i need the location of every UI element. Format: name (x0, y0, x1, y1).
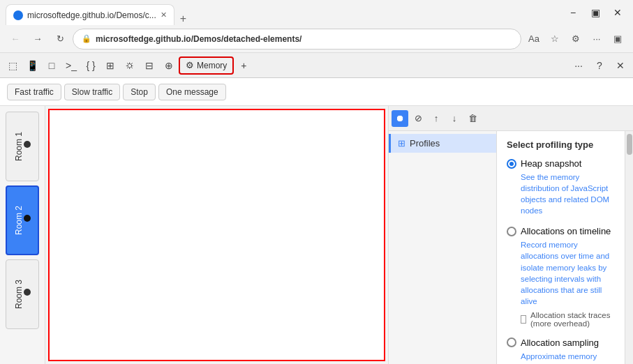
inspect-element-button[interactable]: ⬚ (3, 56, 22, 75)
profiles-icon: ⊞ (398, 138, 405, 149)
dt-download-button[interactable]: ↓ (446, 110, 463, 127)
heap-desc: See the memory distribution of JavaScrip… (521, 172, 615, 216)
middle-content (45, 106, 389, 364)
refresh-button[interactable]: ↻ (50, 29, 70, 49)
close-button[interactable]: ✕ (608, 3, 627, 22)
devtools-panel: ⏺ ⊘ ↑ ↓ 🗑 ⊞ Profiles Select profiling ty… (389, 106, 633, 364)
minimize-button[interactable]: − (563, 3, 583, 22)
devtools-right-buttons: ··· ? ✕ (569, 56, 630, 75)
dt-stop-button[interactable]: ⊘ (410, 110, 426, 127)
memory-tab-button[interactable]: ⚙ Memory (179, 56, 234, 75)
allocation-stack-checkbox[interactable] (521, 315, 526, 324)
room-3-label: Room 3 (14, 280, 24, 309)
memory-gear-icon: ⚙ (186, 60, 194, 70)
read-aloud-button[interactable]: Aa (524, 29, 544, 49)
fast-traffic-button[interactable]: Fast traffic (7, 84, 61, 100)
url-text: microsoftedge.github.io/Demos/detached-e… (96, 34, 512, 44)
dt-clear-button[interactable]: 🗑 (464, 110, 481, 127)
sources-panel-button[interactable]: { } (81, 56, 100, 75)
tab-favicon (13, 10, 23, 20)
active-tab[interactable]: microsoftedge.github.io/Demos/c... ✕ (6, 4, 174, 25)
slow-traffic-button[interactable]: Slow traffic (64, 84, 120, 100)
profiles-sidebar: ⊞ Profiles (389, 131, 497, 364)
tab-close-button[interactable]: ✕ (161, 10, 167, 20)
dt-record-button[interactable]: ⏺ (392, 110, 408, 127)
sampling-option: Allocation sampling Approximate memory a… (507, 338, 615, 364)
app-toolbar: Fast traffic Slow traffic Stop One messa… (0, 78, 633, 106)
profiles-panel: ⊞ Profiles Select profiling type Heap sn… (389, 131, 633, 364)
lock-icon: 🔒 (82, 34, 91, 43)
sampling-desc: Approximate memory allocations by sampli… (521, 351, 615, 364)
more-tools-button[interactable]: + (234, 56, 253, 75)
timeline-header[interactable]: Allocations on timeline (507, 226, 615, 236)
tab-bar: microsoftedge.github.io/Demos/c... ✕ + (6, 0, 192, 25)
heap-label: Heap snapshot (521, 158, 581, 169)
collections-button[interactable]: ⚙ (566, 29, 586, 49)
console-panel-button[interactable]: >_ (61, 56, 81, 75)
application-panel-button[interactable]: ⊟ (140, 56, 159, 75)
profiling-type-panel: Select profiling type Heap snapshot See … (497, 131, 625, 364)
back-button[interactable]: ← (6, 29, 25, 49)
scrollbar-track (625, 131, 633, 364)
heap-snapshot-option: Heap snapshot See the memory distributio… (507, 158, 615, 216)
room-2-label: Room 2 (14, 206, 24, 235)
devtools-help-button[interactable]: ? (590, 56, 609, 75)
chat-area (48, 109, 385, 361)
timeline-label: Allocations on timeline (521, 226, 611, 236)
sampling-label: Allocation sampling (521, 338, 599, 348)
room-1-dot (24, 141, 31, 148)
devtools-settings-button[interactable]: ··· (569, 56, 588, 75)
room-1-label: Room 1 (14, 132, 24, 161)
room-1-item[interactable]: Room 1 (6, 112, 39, 181)
scrollbar-thumb[interactable] (627, 134, 632, 155)
one-message-button[interactable]: One message (158, 84, 226, 100)
room-2-item[interactable]: Room 2 (6, 185, 39, 255)
devtools-toolbar: ⬚ 📱 □ >_ { } ⊞ ⛭ ⊟ ⊕ ⚙ Memory + ··· ? ✕ (0, 53, 633, 78)
window-controls: − ▣ ✕ (563, 3, 627, 22)
device-emulation-button[interactable]: 📱 (22, 56, 42, 75)
devtools-close-button[interactable]: ✕ (611, 56, 630, 75)
favorites-button[interactable]: ☆ (545, 29, 565, 49)
timeline-desc: Record memory allocations over time and … (521, 239, 615, 307)
memory-tab-label: Memory (197, 61, 227, 70)
restore-button[interactable]: ▣ (586, 3, 605, 22)
dt-inner-toolbar: ⏺ ⊘ ↑ ↓ 🗑 (389, 106, 633, 131)
heap-radio-inner (509, 162, 514, 166)
nav-right-buttons: Aa ☆ ⚙ ··· ▣ (524, 29, 627, 49)
profiles-item[interactable]: ⊞ Profiles (389, 134, 496, 153)
nav-bar: ← → ↻ 🔒 microsoftedge.github.io/Demos/de… (0, 25, 633, 53)
stop-button[interactable]: Stop (123, 84, 156, 100)
room-3-item[interactable]: Room 3 (6, 259, 39, 329)
sampling-header[interactable]: Allocation sampling (507, 338, 615, 348)
forward-button[interactable]: → (28, 29, 47, 49)
main-content: Room 1 Room 2 Room 3 ⏺ ⊘ ↑ ↓ 🗑 (0, 106, 633, 364)
sidebar-button[interactable]: ▣ (608, 29, 627, 49)
room-2-dot (24, 215, 31, 222)
elements-panel-button[interactable]: □ (42, 56, 61, 75)
profiles-label: Profiles (410, 138, 440, 149)
tab-title: microsoftedge.github.io/Demos/c... (27, 10, 156, 20)
performance-panel-button[interactable]: ⛭ (120, 56, 140, 75)
rooms-sidebar: Room 1 Room 2 Room 3 (0, 106, 45, 364)
dt-upload-button[interactable]: ↑ (428, 110, 445, 127)
security-panel-button[interactable]: ⊕ (159, 56, 179, 75)
more-button[interactable]: ··· (587, 29, 606, 49)
timeline-suboption: Allocation stack traces (more overhead) (521, 311, 615, 328)
allocation-stack-label: Allocation stack traces (more overhead) (530, 311, 615, 328)
timeline-option: Allocations on timeline Record memory al… (507, 226, 615, 328)
sampling-radio[interactable] (507, 338, 516, 347)
address-bar[interactable]: 🔒 microsoftedge.github.io/Demos/detached… (73, 29, 521, 50)
room-3-dot (24, 289, 31, 296)
heap-snapshot-header[interactable]: Heap snapshot (507, 158, 615, 169)
profiling-title: Select profiling type (507, 139, 615, 150)
new-tab-button[interactable]: + (174, 13, 192, 25)
network-panel-button[interactable]: ⊞ (100, 56, 120, 75)
timeline-radio[interactable] (507, 227, 516, 236)
title-bar: microsoftedge.github.io/Demos/c... ✕ + −… (0, 0, 633, 25)
heap-radio[interactable] (507, 159, 516, 169)
